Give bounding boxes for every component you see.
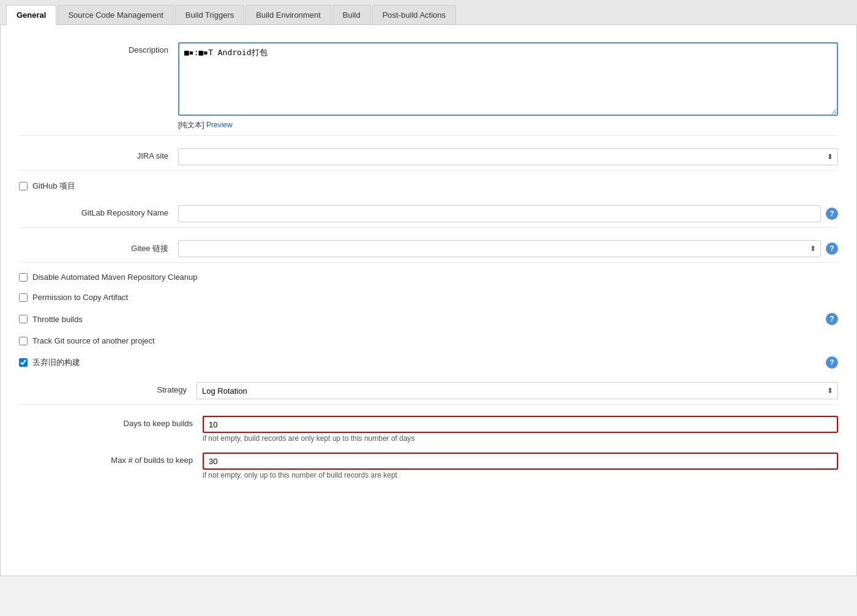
max-builds-label: Max # of builds to keep: [43, 453, 203, 465]
main-content: Description <span class="masked-text">■▪…: [0, 25, 857, 576]
throttle-label: Throttle builds: [32, 315, 83, 324]
throttle-checkbox[interactable]: [19, 315, 28, 323]
discard-old-help-icon[interactable]: ?: [826, 356, 838, 369]
discard-old-checkbox[interactable]: [19, 358, 28, 367]
description-input[interactable]: <span class="masked-text">■▪:■▪T</span> …: [178, 42, 838, 116]
tab-bar: General Source Code Management Build Tri…: [0, 0, 857, 25]
github-checkbox[interactable]: [19, 182, 28, 190]
max-builds-input[interactable]: [203, 453, 838, 470]
max-builds-section: Max # of builds to keep if not empty, on…: [43, 449, 838, 483]
gitee-label: Gitee 链接: [19, 240, 178, 254]
max-builds-hint: if not empty, only up to this number of …: [203, 471, 838, 479]
jira-row: JIRA site: [19, 143, 838, 171]
days-section: Days to keep builds if not empty, build …: [43, 412, 838, 446]
preview-link[interactable]: Preview: [206, 121, 233, 129]
jira-label: JIRA site: [19, 148, 178, 160]
jira-select[interactable]: [178, 148, 838, 165]
gitlab-control-wrap: ?: [178, 205, 838, 222]
strategy-control-wrap: Log Rotation: [196, 382, 838, 399]
permission-label: Permission to Copy Artifact: [32, 293, 128, 302]
description-row: Description <span class="masked-text">■▪…: [19, 37, 838, 136]
tab-general[interactable]: General: [6, 5, 56, 25]
days-input-wrap: if not empty, build records are only kep…: [203, 416, 838, 443]
tab-source-code[interactable]: Source Code Management: [58, 5, 173, 24]
gitlab-label: GitLab Repository Name: [19, 205, 178, 217]
preview-prefix: [纯文本]: [178, 121, 204, 129]
jira-control-wrap: [178, 148, 838, 165]
track-git-checkbox[interactable]: [19, 337, 28, 345]
disable-maven-checkbox[interactable]: [19, 273, 28, 282]
days-hint: if not empty, build records are only kep…: [203, 434, 838, 443]
days-input[interactable]: [203, 416, 838, 433]
days-row: Days to keep builds if not empty, build …: [43, 412, 838, 446]
description-label: Description: [19, 42, 178, 54]
discard-old-label: 丢弃旧的构建: [32, 357, 80, 368]
disable-maven-label: Disable Automated Maven Repository Clean…: [32, 272, 198, 282]
tab-build-environment[interactable]: Build Environment: [245, 5, 331, 24]
tab-build-triggers[interactable]: Build Triggers: [175, 5, 244, 24]
gitee-select[interactable]: [178, 240, 821, 257]
gitlab-input[interactable]: [178, 205, 821, 222]
gitee-row: Gitee 链接 ?: [19, 235, 838, 263]
strategy-select[interactable]: Log Rotation: [196, 382, 838, 399]
strategy-label: Strategy: [37, 382, 196, 394]
gitee-select-wrap: [178, 240, 821, 257]
max-builds-input-wrap: if not empty, only up to this number of …: [203, 453, 838, 479]
jira-select-wrap: [178, 148, 838, 165]
track-git-label: Track Git source of another project: [32, 336, 155, 345]
max-builds-row: Max # of builds to keep if not empty, on…: [43, 449, 838, 483]
tab-build[interactable]: Build: [332, 5, 371, 24]
github-label: GitHub 项目: [32, 181, 75, 192]
strategy-row: Strategy Log Rotation: [19, 377, 838, 405]
strategy-select-wrap: Log Rotation: [196, 382, 838, 399]
track-git-row: Track Git source of another project: [19, 334, 838, 348]
disable-maven-row: Disable Automated Maven Repository Clean…: [19, 270, 838, 284]
throttle-help-icon[interactable]: ?: [826, 313, 838, 325]
description-wrap: <span class="masked-text">■▪:■▪T</span> …: [178, 42, 838, 130]
preview-link-row: [纯文本] Preview: [178, 120, 838, 130]
github-row: GitHub 项目: [19, 178, 838, 194]
discard-old-row: 丢弃旧的构建 ?: [19, 354, 838, 371]
gitlab-help-icon[interactable]: ?: [826, 208, 838, 220]
gitee-control-wrap: ?: [178, 240, 838, 257]
gitlab-row: GitLab Repository Name ?: [19, 200, 838, 228]
throttle-row: Throttle builds ?: [19, 310, 838, 328]
days-label: Days to keep builds: [43, 416, 203, 428]
tab-post-build[interactable]: Post-build Actions: [372, 5, 456, 24]
permission-checkbox[interactable]: [19, 293, 28, 302]
permission-row: Permission to Copy Artifact: [19, 290, 838, 304]
gitee-help-icon[interactable]: ?: [826, 242, 838, 255]
